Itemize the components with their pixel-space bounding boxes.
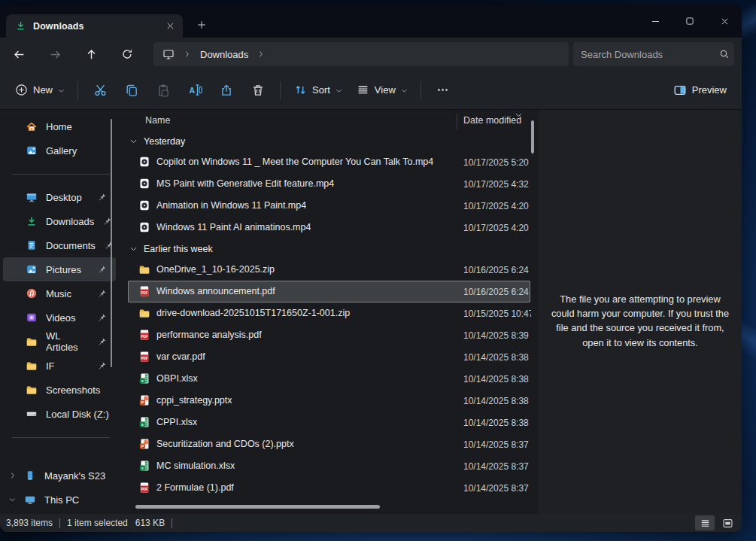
large-icons-view-button[interactable]: [718, 515, 737, 530]
file-name: Securitization and CDOs (2).pptx: [156, 439, 294, 449]
downloads-icon: [26, 215, 38, 227]
sidebar-item-gallery[interactable]: Gallery: [3, 138, 116, 163]
share-button[interactable]: [211, 77, 242, 104]
documents-icon: [26, 239, 38, 251]
preview-pane: The file you are attempting to preview c…: [539, 110, 742, 514]
sidebar-item-if[interactable]: IF: [3, 354, 116, 378]
group-header-earlier-this-week[interactable]: Earlier this week: [128, 239, 530, 259]
file-list-horizontal-scrollbar[interactable]: [135, 505, 380, 509]
file-row[interactable]: PDFWindows announcement.pdf10/16/2025 6:…: [128, 281, 530, 302]
file-row[interactable]: Windows 11 Paint AI animatinos.mp410/17/…: [128, 217, 530, 239]
sidebar-item-label: Home: [46, 121, 72, 132]
window-controls: [638, 5, 742, 38]
sidebar-item-home[interactable]: Home: [3, 114, 116, 138]
file-row[interactable]: xMC simulation.xlsx10/14/2025 8:37: [128, 455, 530, 477]
chevron-down-icon[interactable]: [9, 497, 16, 503]
navigation-bar: Downloads: [0, 38, 742, 71]
chevron-right-icon[interactable]: [257, 50, 265, 58]
svg-text:PDF: PDF: [141, 357, 147, 360]
close-button[interactable]: [707, 5, 742, 38]
file-row[interactable]: Animation in Windows 11 Paint.mp410/17/2…: [128, 195, 530, 217]
file-date-modified: 10/14/2025 8:37: [463, 439, 531, 450]
sidebar-item-mayank-s-s23[interactable]: Mayank's S23: [3, 463, 116, 488]
preview-toggle-button[interactable]: Preview: [666, 77, 734, 104]
file-row[interactable]: xOBPI.xlsx10/14/2025 8:38: [128, 368, 530, 390]
cut-button[interactable]: [84, 77, 116, 104]
copy-button[interactable]: [116, 77, 147, 104]
up-button[interactable]: [78, 41, 104, 67]
sidebar-item-label: Downloads: [46, 216, 94, 227]
file-row[interactable]: PDFperformance analysis.pdf10/14/2025 8:…: [128, 324, 530, 346]
rename-button[interactable]: A: [179, 77, 211, 104]
more-options-button[interactable]: [427, 77, 459, 104]
file-row[interactable]: xCPPI.xlsx10/14/2025 8:38: [128, 412, 530, 433]
maximize-button[interactable]: [673, 5, 707, 38]
sidebar-scrollbar[interactable]: [111, 119, 113, 367]
column-header-date-modified[interactable]: Date modified: [463, 115, 521, 126]
sidebar-item-screenshots[interactable]: Screenshots: [3, 378, 116, 402]
file-row[interactable]: PDFvar cvar.pdf10/14/2025 8:38: [128, 346, 530, 368]
breadcrumb[interactable]: Downloads: [153, 42, 569, 66]
minimize-button[interactable]: [638, 5, 673, 38]
svg-text:x: x: [141, 378, 144, 383]
file-row[interactable]: MS Paint with Generative Edit feature.mp…: [128, 173, 530, 195]
refresh-button[interactable]: [114, 41, 140, 67]
chevron-right-icon: [184, 50, 191, 58]
file-row[interactable]: PDF2 Formulae (1).pdf10/14/2025 8:37: [128, 477, 530, 499]
file-name: Copilot on Windows 11 _ Meet the Compute…: [156, 157, 433, 167]
details-view-button[interactable]: [695, 515, 715, 530]
sidebar-item-local-disk-z[interactable]: Local Disk (Z:): [3, 402, 116, 426]
plus-circle-icon: [15, 84, 28, 96]
explorer-tab-downloads[interactable]: Downloads: [6, 14, 183, 38]
file-explorer-window: Downloads Downloads: [0, 5, 742, 532]
sidebar-item-music[interactable]: Music: [3, 281, 116, 305]
sort-button[interactable]: Sort: [287, 77, 349, 104]
breadcrumb-location[interactable]: Downloads: [200, 49, 248, 60]
file-list-vertical-scrollbar[interactable]: [531, 120, 534, 153]
sort-arrows-icon: [294, 84, 307, 96]
file-row[interactable]: Pcppi_strategy.pptx10/14/2025 8:38: [128, 390, 530, 412]
column-divider[interactable]: [457, 114, 457, 129]
search-box[interactable]: [573, 42, 734, 66]
group-header-yesterday[interactable]: Yesterday: [128, 131, 530, 151]
file-date-modified: 10/16/2025 6:24: [463, 265, 531, 275]
drive-icon: [26, 408, 38, 420]
sidebar-item-videos[interactable]: Videos: [3, 305, 116, 330]
new-button[interactable]: New: [8, 77, 71, 104]
sidebar-divider: [0, 426, 120, 448]
sidebar-item-downloads[interactable]: Downloads: [3, 209, 116, 233]
search-input[interactable]: [581, 49, 713, 60]
pin-icon: [97, 337, 107, 347]
new-button-label: New: [33, 84, 53, 96]
delete-button[interactable]: [242, 77, 274, 104]
sidebar-item-desktop[interactable]: Desktop: [3, 185, 116, 209]
forward-button[interactable]: [42, 41, 68, 67]
sidebar-item-pictures[interactable]: Pictures: [3, 257, 116, 281]
file-row[interactable]: Copilot on Windows 11 _ Meet the Compute…: [128, 151, 530, 173]
pdf-file-icon: PDF: [138, 329, 150, 341]
sidebar-item-documents[interactable]: Documents: [3, 233, 116, 257]
tab-title: Downloads: [33, 21, 155, 32]
file-row[interactable]: drive-download-20251015T171650Z-1-001.zi…: [128, 302, 530, 324]
file-row[interactable]: PSecuritization and CDOs (2).pptx10/14/2…: [128, 433, 530, 455]
file-name: MS Paint with Generative Edit feature.mp…: [156, 178, 334, 189]
sidebar-item-wl-articles[interactable]: WL Articles: [3, 330, 116, 354]
preview-pane-icon: [673, 84, 687, 97]
sidebar-item-this-pc[interactable]: This PC: [3, 488, 116, 512]
sidebar-item-label: Gallery: [46, 145, 77, 157]
sidebar-item-label: Local Disk (Z:): [46, 409, 109, 420]
new-tab-button[interactable]: [192, 16, 211, 34]
chevron-right-icon[interactable]: [9, 472, 17, 479]
file-row[interactable]: OneDrive_1_10-16-2025.zip10/16/2025 6:24: [128, 259, 530, 281]
svg-text:x: x: [141, 466, 144, 470]
tab-close-icon[interactable]: [162, 18, 178, 35]
pdf-file-icon: PDF: [138, 351, 150, 363]
paste-button[interactable]: [147, 77, 179, 104]
file-name: cppi_strategy.pptx: [156, 395, 232, 406]
back-button[interactable]: [6, 41, 32, 67]
pin-icon: [97, 313, 107, 323]
column-header-name[interactable]: Name: [145, 115, 170, 126]
view-button[interactable]: View: [349, 77, 414, 104]
svg-text:PDF: PDF: [141, 291, 147, 295]
sidebar-item-windows-c[interactable]: Windows (C:): [3, 512, 116, 514]
